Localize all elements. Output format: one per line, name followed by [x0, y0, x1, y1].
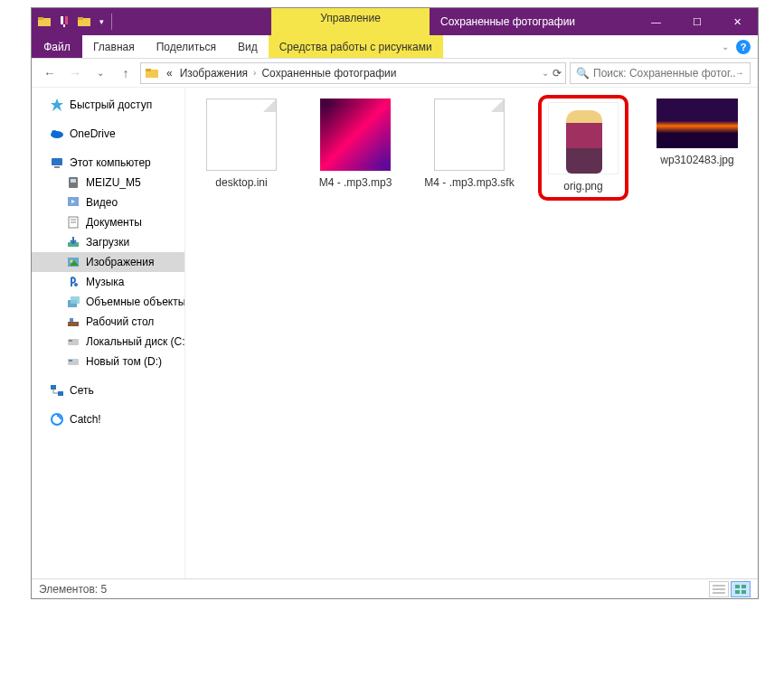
svg-rect-27	[71, 296, 80, 304]
tab-home[interactable]: Главная	[82, 35, 146, 58]
tab-share[interactable]: Поделиться	[146, 35, 227, 58]
breadcrumb-prefix: «	[163, 67, 176, 80]
help-icon[interactable]: ?	[736, 40, 751, 54]
tab-picture-tools[interactable]: Средства работы с рисунками	[269, 35, 443, 58]
svg-rect-8	[146, 69, 151, 71]
file-name: desktop.ini	[196, 176, 287, 190]
file-name: wp3102483.jpg	[652, 154, 742, 167]
view-details-button[interactable]	[709, 581, 729, 597]
sidebar-item-label: Рабочий стол	[86, 315, 154, 328]
svg-rect-40	[735, 585, 740, 588]
svg-rect-12	[52, 158, 62, 165]
item-icon	[66, 275, 80, 289]
file-item[interactable]: desktop.ini	[196, 99, 287, 190]
sidebar-item-network[interactable]: Сеть	[32, 380, 184, 400]
breadcrumb-part[interactable]: Изображения	[176, 67, 251, 80]
separator	[111, 14, 112, 30]
sidebar-item-onedrive[interactable]: OneDrive	[32, 124, 184, 144]
pc-icon	[50, 155, 64, 170]
item-icon	[66, 354, 80, 369]
sidebar-item-pc-child[interactable]: Документы	[32, 212, 184, 232]
sidebar-item-label: Быстрый доступ	[70, 99, 152, 111]
file-item[interactable]: M4 - .mp3.mp3.sfk	[424, 99, 515, 190]
svg-rect-42	[735, 590, 740, 594]
file-item[interactable]: wp3102483.jpg	[652, 99, 742, 167]
sidebar-item-label: Объемные объекты	[86, 296, 184, 308]
statusbar: Элементов: 5	[32, 578, 758, 598]
address-bar: ← → ⌄ ↑ « Изображения › Сохраненные фото…	[32, 59, 758, 88]
svg-point-11	[52, 130, 57, 136]
recent-dropdown-icon[interactable]: ⌄	[90, 62, 111, 84]
sidebar-item-catch[interactable]: Catch!	[32, 409, 184, 429]
breadcrumb[interactable]: « Изображения › Сохраненные фотографии ⌄…	[140, 62, 566, 84]
folder-small-icon[interactable]	[77, 14, 91, 29]
sidebar-item-pc-child[interactable]: Загрузки	[32, 232, 184, 252]
file-thumbnail	[434, 99, 505, 171]
sidebar-item-pc-child[interactable]: Рабочий стол	[32, 312, 184, 332]
file-name: M4 - .mp3.mp3.sfk	[424, 176, 515, 190]
breadcrumb-part[interactable]: Сохраненные фотографии	[258, 67, 400, 80]
item-icon	[66, 195, 80, 210]
item-icon	[66, 295, 80, 309]
svg-rect-43	[741, 590, 746, 594]
svg-rect-2	[61, 16, 63, 24]
svg-rect-6	[78, 17, 83, 20]
sidebar-item-label: Музыка	[86, 276, 124, 288]
sidebar-item-label: Локальный диск (C:)	[86, 335, 184, 348]
catch-icon	[50, 412, 64, 427]
forward-button[interactable]: →	[64, 62, 86, 84]
file-grid[interactable]: desktop.iniM4 - .mp3.mp3M4 - .mp3.mp3.sf…	[185, 88, 758, 578]
item-icon	[66, 175, 80, 190]
refresh-icon[interactable]: ⟳	[553, 67, 562, 80]
item-icon	[66, 215, 80, 230]
sidebar-item-pc-child[interactable]: MEIZU_M5	[32, 173, 184, 193]
search-input[interactable]	[593, 67, 735, 80]
file-item[interactable]: orig.png	[538, 99, 628, 201]
ribbon-collapse-icon[interactable]: ⌄	[722, 42, 729, 52]
qat-dropdown-icon[interactable]: ▾	[97, 8, 106, 35]
file-tab[interactable]: Файл	[32, 35, 82, 58]
folder-icon	[145, 66, 159, 80]
sidebar-item-pc-child[interactable]: Музыка	[32, 272, 184, 292]
item-icon	[66, 235, 80, 249]
svg-rect-13	[54, 166, 60, 168]
pin-icon[interactable]	[57, 14, 71, 29]
svg-rect-28	[68, 322, 79, 326]
sidebar-item-label: Сеть	[70, 384, 94, 397]
sidebar-item-label: Catch!	[70, 413, 101, 426]
sidebar-item-pc-child[interactable]: Видео	[32, 193, 184, 212]
window-title: Сохраненные фотографии	[430, 8, 636, 35]
close-button[interactable]: ✕	[717, 8, 758, 35]
search-box[interactable]: 🔍 →	[570, 62, 751, 84]
sidebar-item-quick-access[interactable]: Быстрый доступ	[32, 95, 184, 115]
file-thumbnail	[206, 99, 277, 171]
sidebar-item-this-pc[interactable]: Этот компьютер	[32, 153, 184, 173]
sidebar-item-pc-child[interactable]: Объемные объекты	[32, 292, 184, 312]
svg-rect-35	[58, 391, 63, 396]
tab-view[interactable]: Вид	[227, 35, 269, 58]
chevron-down-icon[interactable]: ⌄	[540, 68, 551, 78]
search-arrow-icon[interactable]: →	[735, 68, 744, 78]
window: ▾ Управление Сохраненные фотографии — ☐ …	[31, 7, 759, 599]
svg-rect-1	[38, 17, 43, 20]
svg-rect-3	[65, 16, 68, 24]
ribbon: Файл Главная Поделиться Вид Средства раб…	[32, 35, 758, 59]
highlight-annotation: orig.png	[538, 95, 628, 201]
file-item[interactable]: M4 - .mp3.mp3	[310, 99, 401, 190]
sidebar-item-pc-child[interactable]: Локальный диск (C:)	[32, 332, 184, 352]
sidebar-item-pc-child[interactable]: Изображения	[32, 252, 184, 272]
item-icon	[66, 334, 80, 349]
sidebar-item-pc-child[interactable]: Новый том (D:)	[32, 352, 184, 371]
view-large-icons-button[interactable]	[731, 581, 751, 597]
svg-rect-31	[69, 340, 72, 342]
file-thumbnail	[548, 102, 619, 174]
maximize-button[interactable]: ☐	[676, 8, 717, 35]
quick-access-toolbar: ▾	[32, 8, 118, 35]
body: Быстрый доступ OneDrive Этот компьютер M…	[32, 88, 758, 578]
back-button[interactable]: ←	[39, 62, 61, 84]
sidebar-item-label: Этот компьютер	[70, 156, 151, 169]
cloud-icon	[50, 127, 64, 141]
item-icon	[66, 255, 80, 269]
minimize-button[interactable]: —	[636, 8, 676, 35]
up-button[interactable]: ↑	[115, 62, 137, 84]
